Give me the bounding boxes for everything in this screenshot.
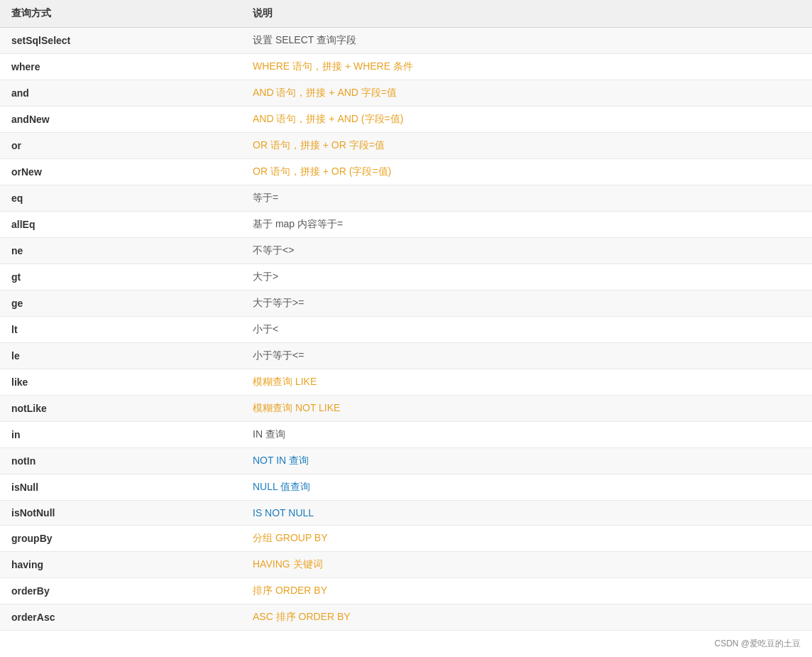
cell-method: or [0, 133, 241, 159]
cell-method: in [0, 422, 241, 448]
cell-method: isNull [0, 474, 241, 501]
table-row: eq等于= [0, 185, 812, 212]
cell-method: eq [0, 185, 241, 212]
cell-desc: IS NOT NULL [241, 501, 812, 526]
cell-desc: 不等于<> [241, 238, 812, 264]
cell-method: notIn [0, 448, 241, 474]
table-row: inIN 查询 [0, 422, 812, 448]
cell-desc: 小于< [241, 317, 812, 343]
cell-method: allEq [0, 212, 241, 238]
table-container: 查询方式 说明 setSqlSelect设置 SELECT 查询字段whereW… [0, 0, 812, 657]
table-header-row: 查询方式 说明 [0, 0, 812, 28]
table-row: orOR 语句，拼接 + OR 字段=值 [0, 133, 812, 159]
cell-desc: 小于等于<= [241, 343, 812, 369]
cell-method: where [0, 54, 241, 80]
cell-desc: HAVING 关键词 [241, 552, 812, 578]
table-row: ne不等于<> [0, 238, 812, 264]
table-row: notInNOT IN 查询 [0, 448, 812, 474]
table-row: gt大于> [0, 264, 812, 291]
cell-desc: 排序 ORDER BY [241, 578, 812, 604]
cell-method: gt [0, 264, 241, 291]
cell-method: isNotNull [0, 501, 241, 526]
cell-method: and [0, 80, 241, 107]
cell-desc: OR 语句，拼接 + OR 字段=值 [241, 133, 812, 159]
table-row: isNullNULL 值查询 [0, 474, 812, 501]
cell-desc: 模糊查询 LIKE [241, 369, 812, 396]
cell-method: ne [0, 238, 241, 264]
table-row: havingHAVING 关键词 [0, 552, 812, 578]
table-row: ge大于等于>= [0, 291, 812, 317]
table-row: groupBy分组 GROUP BY [0, 526, 812, 552]
cell-desc: AND 语句，拼接 + AND (字段=值) [241, 107, 812, 133]
cell-desc: 模糊查询 NOT LIKE [241, 396, 812, 422]
cell-desc: 等于= [241, 185, 812, 212]
table-row: lt小于< [0, 317, 812, 343]
table-row: like模糊查询 LIKE [0, 369, 812, 396]
cell-method: orNew [0, 159, 241, 185]
query-table: 查询方式 说明 setSqlSelect设置 SELECT 查询字段whereW… [0, 0, 812, 631]
cell-method: like [0, 369, 241, 396]
table-row: andNewAND 语句，拼接 + AND (字段=值) [0, 107, 812, 133]
table-row: orNewOR 语句，拼接 + OR (字段=值) [0, 159, 812, 185]
cell-desc: NOT IN 查询 [241, 448, 812, 474]
cell-desc: OR 语句，拼接 + OR (字段=值) [241, 159, 812, 185]
cell-method: lt [0, 317, 241, 343]
cell-desc: AND 语句，拼接 + AND 字段=值 [241, 80, 812, 107]
header-method: 查询方式 [0, 0, 241, 28]
cell-method: orderBy [0, 578, 241, 604]
cell-desc: 设置 SELECT 查询字段 [241, 28, 812, 54]
cell-method: setSqlSelect [0, 28, 241, 54]
table-row: le小于等于<= [0, 343, 812, 369]
cell-desc: WHERE 语句，拼接 + WHERE 条件 [241, 54, 812, 80]
cell-desc: 大于> [241, 264, 812, 291]
cell-method: groupBy [0, 526, 241, 552]
cell-desc: NULL 值查询 [241, 474, 812, 501]
cell-desc: ASC 排序 ORDER BY [241, 604, 812, 631]
cell-method: orderAsc [0, 604, 241, 631]
cell-desc: 基于 map 内容等于= [241, 212, 812, 238]
table-row: andAND 语句，拼接 + AND 字段=值 [0, 80, 812, 107]
cell-desc: 大于等于>= [241, 291, 812, 317]
cell-method: having [0, 552, 241, 578]
table-row: orderAscASC 排序 ORDER BY [0, 604, 812, 631]
cell-method: andNew [0, 107, 241, 133]
table-row: allEq基于 map 内容等于= [0, 212, 812, 238]
table-row: whereWHERE 语句，拼接 + WHERE 条件 [0, 54, 812, 80]
table-row: isNotNullIS NOT NULL [0, 501, 812, 526]
cell-desc: IN 查询 [241, 422, 812, 448]
cell-method: ge [0, 291, 241, 317]
cell-method: le [0, 343, 241, 369]
cell-method: notLike [0, 396, 241, 422]
watermark: CSDN @爱吃豆的土豆 [714, 638, 801, 650]
cell-desc: 分组 GROUP BY [241, 526, 812, 552]
table-row: setSqlSelect设置 SELECT 查询字段 [0, 28, 812, 54]
header-desc: 说明 [241, 0, 812, 28]
table-row: notLike模糊查询 NOT LIKE [0, 396, 812, 422]
table-row: orderBy排序 ORDER BY [0, 578, 812, 604]
